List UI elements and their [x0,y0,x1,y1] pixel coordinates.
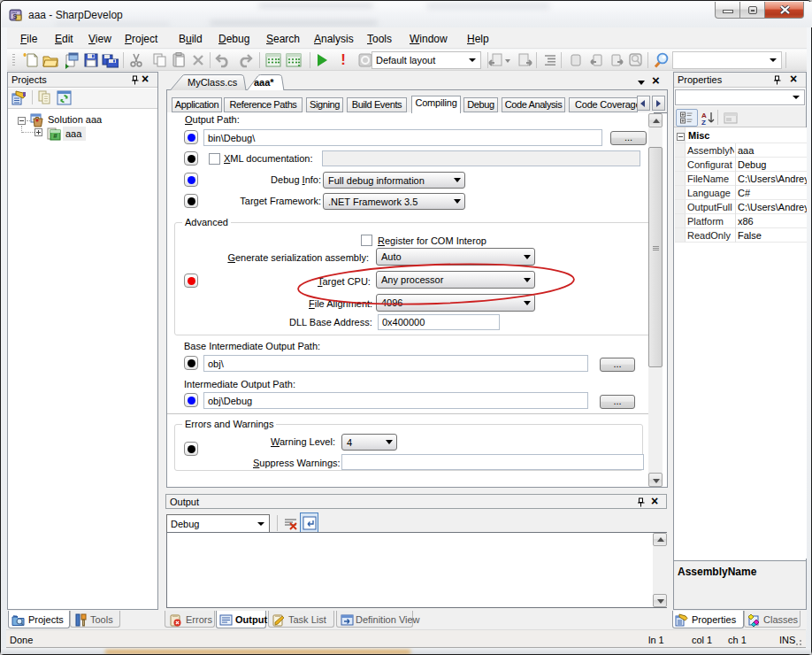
svg-text:Z: Z [701,119,706,126]
svg-text:S: S [13,13,18,19]
svg-text:#: # [53,132,57,140]
